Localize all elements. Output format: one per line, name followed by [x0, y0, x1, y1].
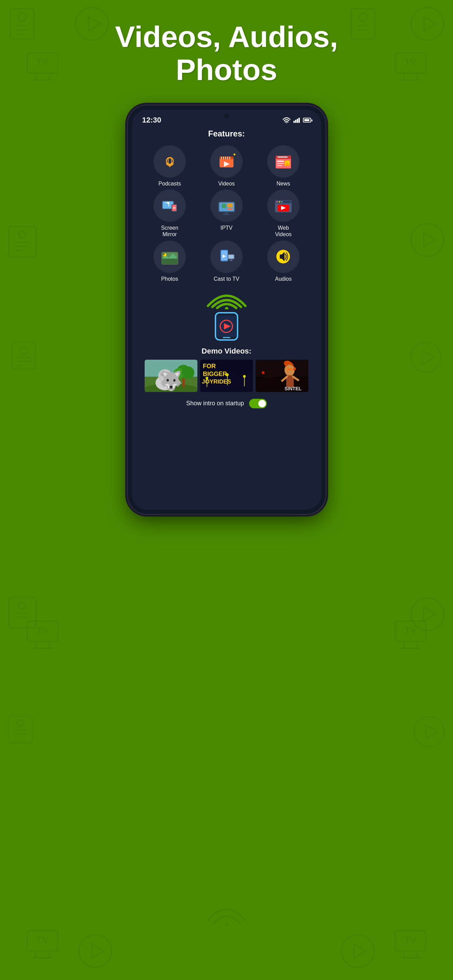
- svg-rect-75: [293, 121, 295, 123]
- svg-marker-42: [422, 350, 434, 364]
- demo-thumbnail-3[interactable]: SINTEL: [256, 360, 308, 392]
- svg-rect-98: [277, 161, 284, 162]
- svg-point-178: [243, 375, 246, 378]
- svg-rect-13: [8, 226, 36, 257]
- svg-point-166: [164, 375, 167, 378]
- svg-point-103: [287, 161, 289, 163]
- svg-rect-36: [12, 342, 36, 369]
- bg-deco-icon-12: [412, 714, 446, 749]
- news-icon: [272, 150, 294, 172]
- bg-deco-circle-bottom-2: [339, 932, 377, 970]
- audios-circle[interactable]: [267, 240, 299, 273]
- svg-point-163: [166, 374, 168, 375]
- svg-rect-143: [228, 255, 234, 259]
- svg-rect-48: [395, 621, 426, 641]
- wifi-icon: [283, 117, 291, 123]
- feature-podcasts[interactable]: Podcasts: [142, 145, 197, 187]
- feature-videos[interactable]: ✦ Videos: [199, 145, 254, 187]
- cast-to-tv-circle[interactable]: [210, 240, 243, 273]
- thumbnail-animal-img: [145, 360, 197, 392]
- bg-deco-wifi: [205, 902, 249, 926]
- demo-thumbnails: FOR BIGGER JOYRIDES: [142, 360, 311, 392]
- feature-cast-to-tv[interactable]: Cast to TV: [199, 240, 254, 282]
- page-title: Videos, Audios, Photos: [0, 21, 453, 86]
- photos-icon: [159, 246, 181, 268]
- demo-thumbnail-2[interactable]: FOR BIGGER JOYRIDES: [200, 360, 253, 392]
- web-videos-circle[interactable]: [267, 189, 299, 222]
- toggle-row: Show intro on startup: [139, 395, 315, 412]
- svg-point-149: [225, 307, 228, 309]
- svg-point-31: [19, 602, 25, 609]
- svg-text:TV: TV: [404, 935, 416, 945]
- svg-point-14: [19, 231, 25, 238]
- wifi-arcs-large: [206, 287, 247, 309]
- feature-screen-mirror[interactable]: Screen Mirror: [142, 189, 197, 237]
- bg-deco-icon-7: [7, 595, 37, 630]
- svg-marker-71: [92, 944, 103, 958]
- svg-text:JOYRIDES: JOYRIDES: [202, 379, 231, 385]
- feature-audios[interactable]: Audios: [256, 240, 311, 282]
- videos-circle[interactable]: ✦: [210, 145, 243, 178]
- toggle-switch[interactable]: [249, 399, 267, 408]
- bg-deco-tv-5: TV: [25, 929, 60, 959]
- svg-point-164: [163, 374, 164, 375]
- screen-content: Features:: [132, 129, 321, 412]
- svg-marker-58: [426, 725, 438, 738]
- status-time: 12:30: [142, 116, 161, 124]
- feature-iptv[interactable]: IPTV: [199, 189, 254, 237]
- phone-mockup: 12:30: [128, 105, 325, 514]
- svg-point-127: [279, 201, 280, 202]
- bg-deco-icon-8: [409, 595, 446, 633]
- web-videos-icon: [272, 195, 294, 217]
- feature-news[interactable]: News: [256, 145, 311, 187]
- svg-point-191: [262, 371, 264, 374]
- iptv-circle[interactable]: [210, 189, 243, 222]
- photos-circle[interactable]: [154, 240, 186, 273]
- svg-point-162: [162, 374, 164, 375]
- screen-mirror-circle[interactable]: [154, 189, 186, 222]
- svg-point-70: [79, 935, 111, 967]
- svg-point-158: [156, 375, 175, 390]
- phone-frame: 12:30: [128, 105, 325, 514]
- svg-rect-78: [299, 118, 300, 123]
- cast-to-tv-label: Cast to TV: [214, 275, 239, 282]
- svg-rect-77: [297, 119, 298, 123]
- svg-rect-53: [8, 716, 32, 743]
- thumbnail-sintel-img: SINTEL: [256, 360, 308, 392]
- svg-text:TV: TV: [37, 625, 49, 636]
- svg-point-165: [167, 374, 168, 375]
- feature-photos[interactable]: Photos: [142, 240, 197, 282]
- svg-text:TV: TV: [404, 625, 416, 636]
- svg-rect-30: [8, 597, 36, 628]
- bg-deco-circle-bottom: [76, 932, 114, 970]
- svg-point-169: [173, 368, 184, 379]
- svg-point-126: [277, 201, 278, 202]
- thumbnail-joyrides-img: FOR BIGGER JOYRIDES: [200, 360, 253, 392]
- svg-point-160: [160, 372, 165, 376]
- bg-deco-icon-11: [7, 714, 34, 745]
- cast-to-tv-icon: [215, 246, 238, 268]
- bg-deco-icon-5: [7, 224, 37, 259]
- svg-point-128: [281, 201, 283, 202]
- podcasts-circle[interactable]: [154, 145, 186, 178]
- news-circle[interactable]: [267, 145, 299, 178]
- svg-point-1: [18, 13, 26, 21]
- svg-point-190: [290, 368, 292, 370]
- svg-rect-104: [277, 156, 288, 158]
- photos-label: Photos: [161, 275, 178, 282]
- feature-web-videos[interactable]: Web Videos: [256, 189, 311, 237]
- svg-text:SINTEL: SINTEL: [285, 386, 302, 391]
- svg-rect-118: [227, 204, 233, 207]
- svg-point-37: [21, 347, 27, 354]
- status-bar: 12:30: [132, 110, 321, 127]
- demo-thumbnail-1[interactable]: [145, 360, 197, 392]
- screen-mirror-icon: [159, 195, 181, 217]
- podcasts-icon: [160, 151, 180, 172]
- svg-rect-119: [227, 208, 233, 210]
- svg-marker-19: [424, 233, 436, 247]
- iptv-label: IPTV: [221, 224, 233, 231]
- svg-marker-35: [424, 607, 436, 621]
- svg-text:✦: ✦: [232, 152, 237, 157]
- bg-deco-tv-3: TV: [25, 619, 60, 650]
- toggle-knob: [258, 400, 266, 407]
